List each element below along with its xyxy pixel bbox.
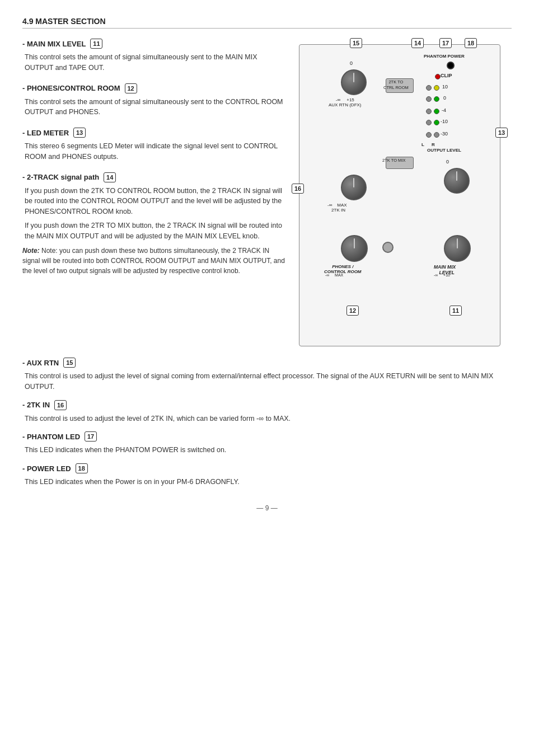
section-label-led: - LED METER [22, 129, 69, 137]
diag-badge-13: 13 [495, 128, 508, 138]
section-phantom-led: - PHANTOM LED 17 This LED indicates when… [22, 431, 512, 456]
left-column: - MAIN MIX LEVEL 11 This control sets th… [22, 39, 299, 346]
desc-2track-2: If you push down the 2TR TO MIX button, … [25, 220, 288, 242]
note-2track: Note: Note: you can push down these two … [22, 246, 288, 276]
badge-16-text: 16 [54, 400, 67, 410]
led-m10 [434, 120, 439, 125]
section-label-phones: - PHONES/CONTROL ROOM [22, 84, 120, 92]
badge-17-text: 17 [85, 431, 97, 442]
output-level-label: L R [421, 142, 435, 147]
section-label-power: - POWER LED [22, 464, 71, 473]
clip-led [435, 74, 441, 79]
desc-phones: This control sets the amount of signal s… [25, 97, 288, 118]
main-mix-knob[interactable] [444, 235, 471, 262]
phones-dome-button[interactable] [382, 242, 394, 253]
diag-badge-16: 16 [292, 184, 304, 194]
diag-badge-14: 14 [411, 38, 424, 48]
desc-2tk-in: This control is used to adjust the level… [25, 414, 512, 424]
led-0-label: 0 [443, 95, 446, 101]
led-m4-r [426, 109, 432, 114]
desc-main-mix: This control sets the amount of signal s… [25, 52, 288, 73]
aux-rtn-label: -∞ +15AUX RTN (DFX) [329, 97, 362, 107]
section-label-phantom: - PHANTOM LED [22, 433, 80, 441]
section-2-track: - 2-TRACK signal path 14 If you push dow… [22, 172, 288, 276]
output-level-zero: 0 [446, 159, 449, 165]
section-led-meter: - LED METER 13 This stereo 6 segments LE… [22, 128, 288, 162]
desc-aux-rtn: This control is used to adjust the level… [25, 371, 512, 392]
led-m4 [434, 109, 439, 114]
led-m10-r [426, 120, 432, 125]
led-m10-label: -10 [441, 119, 448, 124]
section-phones-control: - PHONES/CONTROL ROOM 12 This control se… [22, 83, 288, 118]
section-power-led: - POWER LED 18 This LED indicates when t… [22, 463, 512, 487]
badge-13: 13 [73, 128, 86, 138]
led-m30-label: -30 [441, 131, 448, 137]
output-level-knob[interactable] [444, 168, 470, 194]
led-m30 [434, 132, 439, 138]
2tk-in-label: -∞ MAX 2TK IN [327, 203, 347, 213]
output-level-title: OUTPUT LEVEL [427, 148, 461, 153]
section-label-aux-rtn: - AUX RTN [22, 359, 59, 367]
led-m30-r [426, 132, 432, 138]
section-label-main-mix: - MAIN MIX LEVEL [22, 40, 86, 48]
section-2tk-in: - 2TK IN 16 This control is used to adju… [22, 400, 512, 424]
diag-badge-11-bottom: 11 [449, 306, 462, 316]
2tk-ctrl-room-label: 2TK TOCTRL ROOM [383, 79, 409, 91]
main-mix-range: -∞ +10 [434, 273, 450, 277]
desc-power: This LED indicates when the Power is on … [25, 477, 512, 487]
section-label-2tk-in: - 2TK IN [22, 401, 50, 409]
desc-led: This stereo 6 segments LED Meter will in… [25, 141, 288, 162]
badge-14: 14 [104, 172, 116, 182]
badge-11: 11 [90, 39, 102, 49]
mixer-diagram-container: 15 14 17 18 13 PHANTOM POWER CLIP 10 0 -… [299, 39, 512, 346]
power-led-indicator [447, 62, 455, 69]
led-0-r [426, 96, 432, 102]
desc-2track-1: If you push down the 2TK TO CONTROL ROOM… [25, 186, 288, 217]
badge-15-text: 15 [63, 358, 76, 368]
badge-18-text: 18 [76, 463, 88, 473]
desc-phantom: This LED indicates when the PHANTOM POWE… [25, 445, 512, 456]
badge-12: 12 [125, 83, 137, 93]
clip-label: CLIP [441, 73, 452, 78]
led-10-label: 10 [442, 84, 448, 90]
mixer-diagram: 15 14 17 18 13 PHANTOM POWER CLIP 10 0 -… [299, 44, 500, 346]
page-title: 4.9 MASTER SECTION [22, 17, 512, 29]
phantom-power-label: PHANTOM POWER [424, 54, 465, 59]
phones-range-label: -∞ MAX [325, 273, 343, 277]
diag-badge-18: 18 [465, 38, 477, 48]
note-text-content: Note: you can push down these two button… [22, 247, 285, 275]
2tk-mix-label: 2TK TO MIX [382, 158, 405, 163]
diag-badge-12-bottom: 12 [346, 306, 359, 316]
diag-badge-15: 15 [350, 38, 362, 48]
aux-zero-label: 0 [350, 60, 353, 66]
section-label-2track: - 2-TRACK signal path [22, 173, 99, 181]
aux-rtn-knob[interactable] [341, 69, 367, 95]
diag-badge-17: 17 [439, 38, 452, 48]
phones-ctrl-knob[interactable] [341, 235, 368, 262]
led-m4-label: -4 [442, 107, 446, 113]
led-0 [434, 96, 439, 102]
led-10 [434, 85, 439, 91]
2tk-in-knob[interactable] [341, 175, 367, 200]
page-footer: — 9 — [22, 504, 512, 512]
section-aux-rtn: - AUX RTN 15 This control is used to adj… [22, 358, 512, 392]
section-main-mix-level: - MAIN MIX LEVEL 11 This control sets th… [22, 39, 288, 73]
led-10-r [426, 85, 432, 91]
